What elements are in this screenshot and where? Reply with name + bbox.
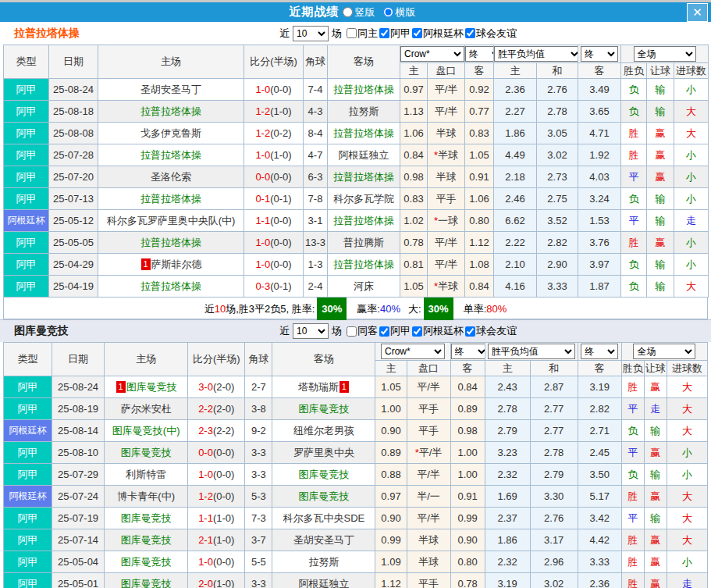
layout-radio-横版[interactable]: 横版 xyxy=(383,5,416,20)
odds-home-cell: 0.81 xyxy=(400,254,428,276)
avg-away-cell: 1.87 xyxy=(578,276,621,298)
table-row: 阿甲25-04-291萨斯菲尔德1-0(0-0)1-3拉普拉塔体操0.81平/半… xyxy=(4,254,709,276)
col-type: 类型 xyxy=(4,45,49,79)
result-goals-cell: 小 xyxy=(667,551,707,573)
radio-label: 竖版 xyxy=(355,5,375,20)
avg-select[interactable]: 胜平负均值 xyxy=(494,46,578,62)
odds-away-cell: 0.84 xyxy=(465,276,494,298)
checkbox-icon[interactable] xyxy=(465,326,475,337)
odds-away-cell: 0.80 xyxy=(450,551,485,573)
odds-away-cell: 0.80 xyxy=(465,210,494,232)
table-row: 阿甲25-08-24圣胡安圣马丁1-0(0-0)7-4拉普拉塔体操0.97平/半… xyxy=(4,79,709,101)
close-icon[interactable]: ✕ xyxy=(687,3,708,22)
filter-check-阿根廷杯[interactable]: 阿根廷杯 xyxy=(412,324,464,338)
avg-final-select[interactable]: 终 xyxy=(581,46,618,62)
filter-check-球会友谊[interactable]: 球会友谊 xyxy=(465,27,517,41)
checkbox-label: 同主 xyxy=(357,27,378,41)
checkbox-icon[interactable] xyxy=(379,28,389,38)
single-rate-value: 80% xyxy=(486,303,507,315)
away-team-cell: 塔勒瑞斯1 xyxy=(272,376,375,398)
result-goals-cell: 小 xyxy=(674,188,709,210)
odds-company-select[interactable]: Crow* xyxy=(381,344,445,359)
handicap-cell: 平/半 xyxy=(428,101,465,123)
filter-check-同主[interactable]: 同主 xyxy=(347,27,378,41)
score-cell: 1-0(0-0) xyxy=(188,464,245,486)
recent-count-select[interactable]: 10 xyxy=(293,26,329,41)
away-team-cell: 拉普拉塔体操 xyxy=(328,79,400,101)
checkbox-icon[interactable] xyxy=(412,326,422,337)
league-cell: 阿甲 xyxy=(4,101,49,123)
home-team-cell: 图库曼竞技 xyxy=(105,442,188,464)
score-cell: 1-2(0-0) xyxy=(188,486,245,508)
sub-avg-draw: 和 xyxy=(530,361,578,376)
avg-away-cell: 4.71 xyxy=(578,123,621,144)
date-cell: 25-05-01 xyxy=(52,573,105,588)
league-cell: 阿根廷杯 xyxy=(4,420,52,442)
layout-radio-竖版[interactable]: 竖版 xyxy=(343,5,375,20)
corners-cell: 3-1 xyxy=(304,210,328,232)
result-wdl-cell: 平 xyxy=(621,398,644,420)
result-handicap-cell: 赢 xyxy=(647,166,674,188)
filter-check-同客[interactable]: 同客 xyxy=(347,324,378,338)
odds-home-cell: 1.09 xyxy=(375,551,407,573)
radio-icon[interactable] xyxy=(383,7,393,17)
filter-check-阿根廷杯[interactable]: 阿根廷杯 xyxy=(412,27,464,41)
date-cell: 25-08-19 xyxy=(52,398,105,420)
fulltime-select[interactable]: 全场 xyxy=(633,344,695,359)
result-handicap-cell: 输 xyxy=(647,79,674,101)
filter-check-阿甲[interactable]: 阿甲 xyxy=(379,27,411,41)
league-cell: 阿甲 xyxy=(4,232,49,254)
avg-home-cell: 6.62 xyxy=(494,210,537,232)
checkbox-label: 阿根廷杯 xyxy=(423,324,464,338)
matches-label: 场 xyxy=(332,324,342,338)
handicap-cell: 半球 xyxy=(428,166,465,188)
avg-away-cell: 3.49 xyxy=(578,79,621,101)
recent-count-select[interactable]: 10 xyxy=(293,323,329,339)
odds-final-select[interactable]: 终 xyxy=(465,46,494,62)
avg-draw-cell: 2.77 xyxy=(530,398,578,420)
result-wdl-cell: 平 xyxy=(621,442,644,464)
result-handicap-cell: 输 xyxy=(644,464,667,486)
away-team-cell: 拉努斯 xyxy=(272,551,375,573)
score-cell: 2-1(1-0) xyxy=(188,529,245,551)
odds-company-select[interactable]: Crow* xyxy=(400,46,464,62)
score-cell: 1-0(0-0) xyxy=(244,79,304,101)
col-away: 客场 xyxy=(328,45,400,79)
date-cell: 25-07-29 xyxy=(52,464,105,486)
table-row: 阿甲25-07-29利斯特雷1-0(0-0)3-3图库曼竞技0.88平/半1.0… xyxy=(4,464,708,486)
single-rate-label: 单率: xyxy=(464,303,487,315)
result-wdl-cell: 负 xyxy=(621,276,647,298)
col-date: 日期 xyxy=(52,343,105,376)
sub-odds-away: 客 xyxy=(465,63,494,79)
result-goals-cell: 小 xyxy=(674,144,709,166)
section2-band: 图库曼竞技 近 10 场 同客阿甲阿根廷杯球会友谊 xyxy=(0,319,711,342)
result-goals-cell: 走 xyxy=(674,210,709,232)
radio-icon[interactable] xyxy=(343,7,353,17)
table-row: 阿根廷杯25-05-12科尔多瓦罗萨里奥中央队(中)1-1(0-0)3-1拉普拉… xyxy=(4,210,709,232)
filter-check-球会友谊[interactable]: 球会友谊 xyxy=(465,324,517,338)
away-team-cell: 纽维尔老男孩 xyxy=(272,420,375,442)
odds-home-cell: 1.12 xyxy=(375,573,407,588)
fulltime-select[interactable]: 全场 xyxy=(634,46,696,62)
home-team-cell: 图库曼竞技 xyxy=(105,529,188,551)
result-wdl-cell: 胜 xyxy=(621,573,644,588)
avg-final-select[interactable]: 终 xyxy=(581,344,618,359)
avg-home-cell: 3.19 xyxy=(485,573,530,588)
away-team-cell: 阿根廷独立 xyxy=(272,573,375,588)
checkbox-icon[interactable] xyxy=(347,28,357,38)
checkbox-icon[interactable] xyxy=(347,326,357,337)
avg-home-cell: 2.43 xyxy=(485,376,530,398)
odds-away-cell: 1.00 xyxy=(450,464,485,486)
odds-final-select[interactable]: 终 xyxy=(451,344,485,359)
checkbox-icon[interactable] xyxy=(465,28,475,38)
avg-select[interactable]: 胜平负均值 xyxy=(488,344,575,359)
section2-bar: 图库曼竞技 近 10 场 同客阿甲阿根廷杯球会友谊 xyxy=(0,320,711,342)
checkbox-icon[interactable] xyxy=(379,326,389,337)
filter-check-阿甲[interactable]: 阿甲 xyxy=(379,324,411,338)
score-cell: 1-1(1-0) xyxy=(188,508,245,529)
avg-draw-cell: 2.76 xyxy=(530,508,578,529)
handicap-cell: 平/半 xyxy=(407,508,450,529)
score-cell: 1-0(0-0) xyxy=(244,232,304,254)
checkbox-icon[interactable] xyxy=(412,28,422,38)
handicap-cell: 平/半 xyxy=(428,79,465,101)
